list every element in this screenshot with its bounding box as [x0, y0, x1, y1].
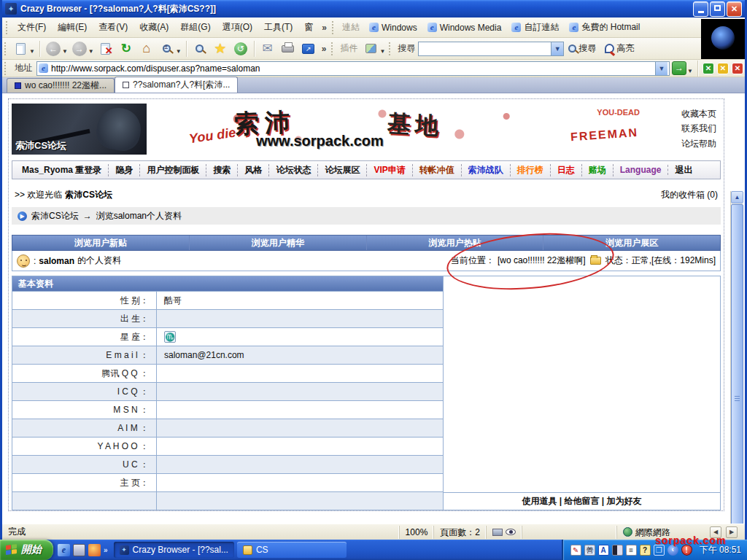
favorites-button[interactable]: ★: [211, 39, 230, 58]
fullscreen-button[interactable]: ↗: [299, 39, 318, 58]
search-combo-dropdown-icon[interactable]: ▼: [551, 42, 563, 55]
menu-item[interactable]: 群組(G): [174, 20, 216, 34]
maximize-button[interactable]: [710, 1, 725, 17]
menu-item[interactable]: 查看(V): [93, 20, 133, 34]
quicklaunch-overflow-icon[interactable]: »: [104, 546, 108, 554]
close-green-button[interactable]: ✕: [703, 63, 714, 74]
forum-nav-item[interactable]: 转帐冲值: [413, 164, 462, 176]
forward-dropdown-icon[interactable]: ▼: [88, 48, 94, 55]
minimize-button[interactable]: [693, 1, 708, 17]
menu-item[interactable]: 窗: [298, 20, 319, 34]
zoom-button[interactable]: ±: [158, 39, 177, 58]
vertical-scrollbar[interactable]: ▲ ▼: [730, 191, 743, 524]
profile-header-link[interactable]: 浏览用户精华: [190, 236, 367, 250]
go-button[interactable]: →: [672, 61, 686, 75]
toolbar-grip[interactable]: [389, 42, 392, 55]
search-go-button[interactable]: 搜尋: [564, 42, 600, 55]
banner-link[interactable]: 收藏本页: [681, 108, 716, 120]
taskbar-task-cs[interactable]: CS: [237, 542, 347, 558]
toolbar-grip[interactable]: [331, 42, 335, 55]
stop-button[interactable]: ✕: [96, 39, 115, 58]
mail-button[interactable]: ✉: [258, 39, 277, 58]
menu-item[interactable]: 選項(O): [217, 20, 258, 34]
ime-toolbar-icon[interactable]: ≡: [626, 545, 637, 556]
menu-overflow-chevron[interactable]: »: [319, 23, 330, 33]
address-dropdown-icon[interactable]: ▼: [655, 62, 667, 75]
breadcrumb-forum-link[interactable]: 索沛CS论坛: [31, 210, 79, 222]
welcome-forum-name[interactable]: 索沛CS论坛: [65, 189, 112, 201]
toolbar-grip[interactable]: [6, 21, 9, 34]
ime-a-icon[interactable]: A: [598, 545, 609, 556]
ime-help-icon[interactable]: ?: [640, 545, 651, 556]
profile-header-link[interactable]: 浏览用户热贴: [367, 236, 544, 250]
back-dropdown-icon[interactable]: ▼: [62, 48, 68, 55]
forum-nav-item[interactable]: 索沛战队: [462, 164, 511, 176]
toolbar-overflow-chevron[interactable]: »: [319, 44, 330, 54]
banner-link[interactable]: 论坛帮助: [681, 138, 716, 150]
forum-nav-item[interactable]: 赌场: [582, 164, 614, 176]
forum-nav-item[interactable]: 隐身: [109, 164, 140, 176]
forum-nav-item[interactable]: 风格: [238, 164, 269, 176]
show-desktop-icon[interactable]: [73, 544, 85, 556]
forum-nav-item[interactable]: Mas_Ryoma 重登录: [15, 164, 109, 176]
go-dropdown-icon[interactable]: ▼: [687, 68, 693, 74]
forum-nav-item[interactable]: 论坛展区: [318, 164, 367, 176]
plugin-dropdown-icon[interactable]: ▼: [379, 48, 385, 55]
menu-item[interactable]: 工具(T): [258, 20, 298, 34]
search-button-icon[interactable]: [190, 39, 209, 58]
address-input[interactable]: e http://www.sorpack.com/dispuser.asp?na…: [36, 61, 670, 76]
profile-header-link[interactable]: 浏览用户新贴: [12, 236, 190, 250]
profile-header-link[interactable]: 浏览用户展区: [543, 236, 720, 250]
new-page-dropdown-icon[interactable]: ▼: [29, 48, 35, 55]
history-button[interactable]: ↺: [231, 39, 250, 58]
ie-quicklaunch-icon[interactable]: e: [58, 544, 70, 556]
media-player-icon[interactable]: [88, 544, 101, 556]
zodiac-scorpio-icon[interactable]: ♏: [164, 331, 176, 343]
print-button[interactable]: [279, 39, 298, 58]
forum-nav-item[interactable]: 论坛状态: [269, 164, 318, 176]
close-button[interactable]: ✕: [727, 1, 742, 17]
toolbar-grip[interactable]: [4, 42, 8, 55]
ime-halfwidth-icon[interactable]: [612, 545, 623, 556]
next-page-icon[interactable]: ▶: [726, 526, 738, 538]
profile-action-links[interactable]: 使用道具 | 给他留言 | 加为好友: [444, 492, 720, 510]
forum-nav-item[interactable]: 用户控制面板: [140, 164, 206, 176]
forum-nav-item[interactable]: 搜索: [206, 164, 238, 176]
tab-saloman-profile[interactable]: ??saloman?人?料[索沛...: [115, 77, 238, 93]
menu-item[interactable]: 收藏(A): [133, 20, 174, 34]
forward-button[interactable]: →: [70, 39, 89, 58]
links-bar-item[interactable]: e Windows Media: [422, 21, 507, 34]
forum-nav-item[interactable]: 排行榜: [511, 164, 551, 176]
tab-wo-cao[interactable]: wo cao!!!!!!! 22濫權...: [7, 78, 115, 93]
menu-item[interactable]: 文件(F): [12, 20, 52, 34]
banner-image[interactable]: 索沛 基地 www.sorpack.com You die FREEMAN YO…: [147, 104, 651, 155]
location-thread-link[interactable]: [wo cao!!!!!!! 22濫權啊]: [498, 254, 586, 267]
toolbar-grip[interactable]: [4, 62, 8, 75]
forum-nav-item[interactable]: Language: [614, 165, 669, 175]
scroll-up-icon[interactable]: ▲: [731, 191, 743, 203]
close-red-button[interactable]: ✕: [732, 63, 743, 74]
toolbar-grip[interactable]: [332, 21, 336, 34]
forum-nav-item[interactable]: VIP申请: [367, 164, 412, 176]
start-button[interactable]: 開始: [0, 540, 53, 560]
ime-pen-icon[interactable]: ✎: [570, 545, 581, 556]
banner-link[interactable]: 联系我们: [681, 122, 716, 135]
taskbar-task-crazy-browser[interactable]: ✦ Crazy Browser - [??sal...: [114, 542, 234, 558]
home-button[interactable]: ⌂: [137, 39, 156, 58]
links-bar-item[interactable]: e 自訂連結: [506, 21, 564, 34]
menu-item[interactable]: 編輯(E): [52, 20, 93, 34]
forum-logo-image[interactable]: 索沛CS论坛: [12, 104, 147, 155]
links-bar-item[interactable]: e Windows: [364, 21, 422, 34]
scrollbar-thumb[interactable]: [731, 204, 743, 524]
plugin-button[interactable]: [361, 39, 380, 58]
forum-nav-item[interactable]: 日志: [551, 164, 582, 176]
new-page-button[interactable]: [11, 39, 30, 58]
search-input[interactable]: ▼: [418, 42, 564, 56]
back-button[interactable]: ←: [44, 39, 63, 58]
ime-lang-icon[interactable]: 善: [584, 545, 595, 556]
close-yellow-button[interactable]: ✕: [717, 63, 729, 74]
forum-nav-item[interactable]: 退出: [668, 164, 699, 176]
zoom-dropdown-icon[interactable]: ▼: [176, 48, 182, 55]
inbox-link[interactable]: 我的收件箱 (0): [661, 189, 718, 201]
refresh-button[interactable]: ↻: [117, 39, 136, 58]
